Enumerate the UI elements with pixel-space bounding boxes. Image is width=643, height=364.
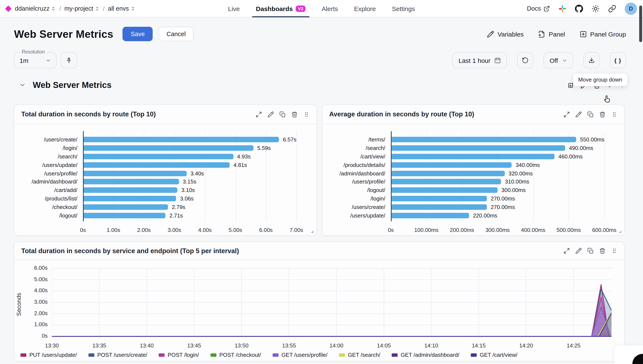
bar-row: /users/profile/3.40s bbox=[83, 169, 296, 178]
nav-item-alerts[interactable]: Alerts bbox=[322, 0, 338, 18]
nav-item-dashboards[interactable]: DashboardsV2 bbox=[256, 0, 306, 18]
edit-panel-icon[interactable] bbox=[575, 111, 582, 118]
avatar[interactable]: D bbox=[625, 2, 637, 15]
breadcrumb-item[interactable]: my-project bbox=[64, 5, 100, 12]
legend-item[interactable]: GET /admin/dashboard/ bbox=[392, 352, 460, 358]
pin-button[interactable] bbox=[61, 52, 77, 68]
github-icon[interactable] bbox=[575, 4, 583, 12]
json-view-button[interactable]: { } bbox=[610, 52, 626, 68]
chevron-down-icon bbox=[46, 58, 51, 63]
panel-group-button[interactable]: Panel Group bbox=[580, 30, 626, 38]
breadcrumb-label: ddanielcruzz bbox=[15, 5, 50, 12]
nav-label: Alerts bbox=[322, 5, 338, 12]
breadcrumb-item[interactable]: ddanielcruzz bbox=[15, 5, 56, 12]
duplicate-panel-icon[interactable] bbox=[587, 248, 594, 254]
panel-total-duration-by-route: Total duration in seconds by route (Top … bbox=[14, 104, 317, 236]
bar bbox=[83, 162, 230, 168]
value-label: 490.00ms bbox=[569, 145, 593, 151]
legend-swatch bbox=[339, 353, 345, 356]
delete-panel-icon[interactable] bbox=[599, 111, 605, 118]
bar-row: /logout/2.71s bbox=[83, 211, 296, 220]
share-link-icon[interactable] bbox=[608, 4, 616, 12]
edit-panel-icon[interactable] bbox=[575, 248, 582, 254]
nav-label: Explore bbox=[354, 5, 376, 12]
x-tick: 14:20 bbox=[519, 342, 533, 349]
time-range-label: Last 1 hour bbox=[459, 57, 490, 64]
controls-row: Resolution 1m Last 1 hour Off { } bbox=[0, 52, 643, 68]
duplicate-panel-icon[interactable] bbox=[587, 111, 594, 118]
legend-item[interactable]: POST /users/create/ bbox=[88, 352, 147, 358]
brand-logo-icon[interactable] bbox=[5, 5, 12, 12]
panel-button[interactable]: Panel bbox=[538, 30, 565, 38]
resize-handle-icon[interactable] bbox=[309, 228, 314, 233]
delete-panel-icon[interactable] bbox=[291, 111, 298, 118]
nav-item-live[interactable]: Live bbox=[228, 0, 240, 18]
delete-panel-icon[interactable] bbox=[599, 248, 605, 254]
legend-label: GET /admin/dashboard/ bbox=[401, 352, 460, 358]
collapse-group-icon[interactable] bbox=[19, 82, 26, 88]
bar-chart: /terms/550.00ms/search/490.00ms/cart/vie… bbox=[322, 136, 624, 234]
bar-row: /cart/view/460.00ms bbox=[391, 152, 604, 161]
chart-legend: PUT /users/update/POST /users/create/POS… bbox=[21, 352, 517, 358]
expand-panel-icon[interactable] bbox=[256, 111, 262, 118]
duplicate-panel-icon[interactable] bbox=[279, 111, 286, 118]
legend-label: POST /users/create/ bbox=[97, 352, 147, 358]
value-label: 220.00ms bbox=[473, 212, 497, 218]
area-plot bbox=[52, 268, 611, 338]
legend-swatch bbox=[210, 353, 217, 356]
variables-button[interactable]: Variables bbox=[487, 30, 524, 38]
resolution-select[interactable]: Resolution 1m bbox=[14, 52, 57, 68]
x-tick: 600.00ms bbox=[592, 227, 616, 233]
legend-item[interactable]: PUT /users/update/ bbox=[21, 352, 77, 358]
slack-icon[interactable] bbox=[558, 4, 566, 12]
x-tick: 400.00ms bbox=[521, 227, 545, 233]
drag-handle-icon[interactable] bbox=[611, 111, 617, 118]
breadcrumb-item[interactable]: all envs bbox=[108, 5, 135, 12]
time-range-button[interactable]: Last 1 hour bbox=[453, 52, 507, 68]
expand-panel-icon[interactable] bbox=[563, 111, 570, 118]
nav-item-explore[interactable]: Explore bbox=[354, 0, 376, 18]
legend-label: POST /login/ bbox=[168, 352, 199, 358]
legend-item[interactable]: GET /search/ bbox=[339, 352, 380, 358]
legend-item[interactable]: POST /checkout/ bbox=[210, 352, 261, 358]
expand-panel-icon[interactable] bbox=[563, 248, 570, 254]
scrollbar-thumb[interactable] bbox=[639, 6, 642, 42]
bar bbox=[83, 196, 176, 201]
cancel-button[interactable]: Cancel bbox=[159, 27, 193, 41]
bar bbox=[83, 187, 177, 193]
category-label: /checkout/ bbox=[52, 204, 77, 210]
category-label: /login/ bbox=[371, 196, 385, 202]
x-tick: 13:35 bbox=[92, 342, 106, 349]
theme-toggle-icon[interactable] bbox=[591, 4, 600, 12]
legend-item[interactable]: GET /users/profile/ bbox=[273, 352, 327, 358]
bar bbox=[83, 170, 187, 176]
legend-swatch bbox=[88, 353, 94, 356]
category-label: /search/ bbox=[58, 153, 78, 160]
value-label: 4.93s bbox=[237, 153, 251, 160]
plusSquare-icon bbox=[580, 30, 587, 38]
docs-label: Docs bbox=[527, 5, 541, 12]
nav-label: Dashboards bbox=[256, 5, 293, 12]
drag-handle-icon[interactable] bbox=[303, 111, 310, 118]
save-button[interactable]: Save bbox=[123, 27, 153, 41]
value-label: 3.06s bbox=[180, 196, 194, 202]
x-tick: 100.00ms bbox=[414, 227, 439, 233]
legend-swatch bbox=[159, 353, 165, 356]
legend-item[interactable]: POST /login/ bbox=[159, 352, 199, 358]
bar-row: /admin/dashboard/3.15s bbox=[83, 178, 296, 186]
breadcrumb-separator: / bbox=[103, 5, 105, 12]
refresh-button[interactable] bbox=[517, 52, 533, 68]
nav-item-settings[interactable]: Settings bbox=[392, 0, 415, 18]
drag-handle-icon[interactable] bbox=[611, 248, 617, 254]
edit-panel-icon[interactable] bbox=[268, 111, 274, 118]
docs-link[interactable]: Docs bbox=[527, 5, 550, 12]
action-label: Variables bbox=[498, 30, 524, 38]
auto-refresh-select[interactable]: Off bbox=[544, 52, 573, 68]
category-label: /logout/ bbox=[367, 187, 385, 193]
legend-item[interactable]: GET /cart/view/ bbox=[471, 352, 517, 358]
value-label: 6.57s bbox=[283, 136, 296, 143]
download-button[interactable] bbox=[583, 52, 600, 68]
value-label: 460.00ms bbox=[558, 153, 583, 160]
bar-row: /admin/dashboard/320.00ms bbox=[391, 169, 604, 178]
resize-handle-icon[interactable] bbox=[617, 228, 622, 233]
